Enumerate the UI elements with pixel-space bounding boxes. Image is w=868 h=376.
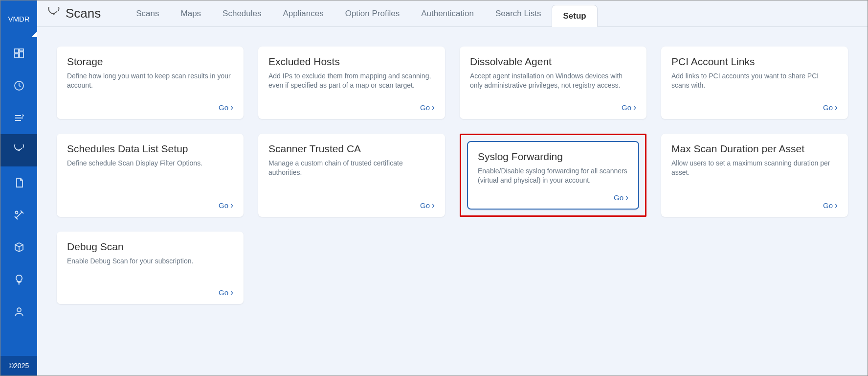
radar-icon bbox=[47, 7, 61, 21]
svg-point-7 bbox=[17, 308, 21, 312]
sidebar-item-scans[interactable] bbox=[0, 134, 37, 166]
card-desc: Accept agent installation on Windows dev… bbox=[470, 71, 636, 98]
card-grid: Storage Define how long you want to keep… bbox=[57, 47, 848, 304]
document-icon bbox=[13, 177, 25, 188]
card-title: Storage bbox=[67, 56, 233, 68]
sidebar-item-assets[interactable] bbox=[0, 231, 37, 263]
go-link[interactable]: Go› bbox=[219, 201, 233, 210]
content: Storage Define how long you want to keep… bbox=[37, 27, 868, 376]
card-storage[interactable]: Storage Define how long you want to keep… bbox=[57, 47, 244, 119]
card-title: Max Scan Duration per Asset bbox=[671, 143, 838, 155]
card-desc: Define schedule Scan Display Filter Opti… bbox=[67, 159, 233, 196]
tabs: Scans Maps Schedules Appliances Option P… bbox=[125, 0, 597, 26]
list-icon bbox=[13, 112, 25, 124]
card-title: Syslog Forwarding bbox=[478, 151, 628, 163]
topbar: Scans Scans Maps Schedules Appliances Op… bbox=[37, 0, 868, 27]
chevron-right-icon: › bbox=[835, 201, 838, 210]
go-link[interactable]: Go› bbox=[823, 103, 838, 112]
card-max-scan-duration[interactable]: Max Scan Duration per Asset Allow users … bbox=[661, 134, 848, 217]
go-link[interactable]: Go› bbox=[420, 201, 435, 210]
svg-rect-2 bbox=[20, 52, 23, 58]
sidebar-item-prioritize[interactable] bbox=[0, 102, 37, 134]
card-title: Debug Scan bbox=[67, 241, 233, 253]
card-title: Excluded Hosts bbox=[268, 56, 435, 68]
sidebar-item-activity[interactable] bbox=[0, 70, 37, 102]
user-icon bbox=[13, 306, 25, 318]
card-excluded-hosts[interactable]: Excluded Hosts Add IPs to exclude them f… bbox=[258, 47, 445, 119]
sidebar-item-dashboard[interactable] bbox=[0, 37, 37, 70]
card-dissolvable-agent[interactable]: Dissolvable Agent Accept agent installat… bbox=[460, 47, 646, 119]
chevron-right-icon: › bbox=[230, 201, 233, 210]
tab-appliances[interactable]: Appliances bbox=[272, 0, 334, 26]
bulb-icon bbox=[13, 274, 25, 285]
go-link[interactable]: Go› bbox=[219, 103, 233, 112]
card-desc: Define how long you want to keep scan re… bbox=[67, 71, 233, 98]
clock-icon bbox=[13, 80, 25, 92]
card-desc: Manage a custom chain of trusted certifi… bbox=[268, 159, 435, 196]
card-desc: Allow users to set a maximum scanning du… bbox=[671, 159, 838, 196]
tab-search-lists[interactable]: Search Lists bbox=[485, 0, 552, 26]
svg-rect-0 bbox=[15, 49, 19, 53]
card-debug-scan[interactable]: Debug Scan Enable Debug Scan for your su… bbox=[57, 232, 244, 304]
card-title: Dissolvable Agent bbox=[470, 56, 636, 68]
tab-authentication[interactable]: Authentication bbox=[410, 0, 485, 26]
sidebar-items bbox=[0, 37, 37, 356]
chevron-right-icon: › bbox=[230, 288, 233, 297]
go-link[interactable]: Go› bbox=[420, 103, 435, 112]
chevron-right-icon: › bbox=[432, 201, 435, 210]
card-desc: Enable Debug Scan for your subscription. bbox=[67, 257, 233, 283]
sidebar-item-insights[interactable] bbox=[0, 263, 37, 296]
chevron-right-icon: › bbox=[633, 103, 636, 112]
tools-icon bbox=[13, 209, 25, 221]
svg-rect-1 bbox=[20, 49, 23, 51]
sidebar-item-reports[interactable] bbox=[0, 166, 37, 199]
card-schedules-setup[interactable]: Schedules Data List Setup Define schedul… bbox=[57, 134, 244, 217]
tab-schedules[interactable]: Schedules bbox=[212, 0, 272, 26]
chevron-right-icon: › bbox=[432, 103, 435, 112]
dashboard-icon bbox=[13, 47, 25, 59]
card-title: PCI Account Links bbox=[671, 56, 838, 68]
chevron-right-icon: › bbox=[230, 103, 233, 112]
tab-maps[interactable]: Maps bbox=[170, 0, 212, 26]
main: Scans Scans Maps Schedules Appliances Op… bbox=[37, 0, 868, 376]
go-link[interactable]: Go› bbox=[219, 288, 233, 297]
cube-icon bbox=[13, 241, 25, 253]
svg-point-6 bbox=[15, 212, 18, 214]
card-pci-account-links[interactable]: PCI Account Links Add links to PCI accou… bbox=[661, 47, 848, 119]
page-title: Scans bbox=[66, 6, 101, 21]
go-link[interactable]: Go› bbox=[614, 193, 628, 202]
sidebar: VMDR bbox=[0, 0, 37, 376]
card-desc: Add IPs to exclude them from mapping and… bbox=[268, 71, 435, 98]
svg-rect-3 bbox=[15, 54, 19, 58]
go-link[interactable]: Go› bbox=[622, 103, 636, 112]
sidebar-item-user[interactable] bbox=[0, 296, 37, 328]
card-desc: Add links to PCI accounts you want to sh… bbox=[671, 71, 838, 98]
card-title: Schedules Data List Setup bbox=[67, 143, 233, 155]
sidebar-item-tools[interactable] bbox=[0, 199, 37, 231]
card-scanner-trusted-ca[interactable]: Scanner Trusted CA Manage a custom chain… bbox=[258, 134, 445, 217]
go-link[interactable]: Go› bbox=[823, 201, 838, 210]
app-label: VMDR bbox=[8, 15, 29, 23]
card-syslog-forwarding[interactable]: Syslog Forwarding Enable/Disable syslog … bbox=[467, 141, 639, 210]
chevron-right-icon: › bbox=[835, 103, 838, 112]
tab-option-profiles[interactable]: Option Profiles bbox=[334, 0, 411, 26]
copyright: ©2025 bbox=[0, 356, 37, 376]
card-title: Scanner Trusted CA bbox=[268, 143, 435, 155]
radar-icon bbox=[13, 144, 25, 156]
app-switcher[interactable]: VMDR bbox=[0, 0, 37, 37]
card-desc: Enable/Disable syslog forwarding for all… bbox=[478, 166, 628, 188]
tab-setup[interactable]: Setup bbox=[552, 5, 597, 27]
tab-scans[interactable]: Scans bbox=[125, 0, 170, 26]
chevron-right-icon: › bbox=[625, 193, 628, 202]
card-syslog-forwarding-highlight: Syslog Forwarding Enable/Disable syslog … bbox=[460, 134, 646, 217]
